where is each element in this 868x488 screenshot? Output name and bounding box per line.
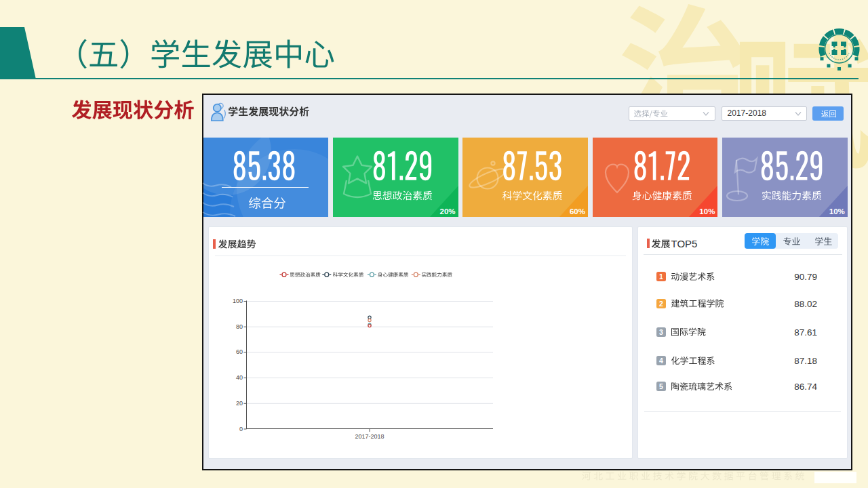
svg-text:TOP5: TOP5 <box>671 238 698 249</box>
